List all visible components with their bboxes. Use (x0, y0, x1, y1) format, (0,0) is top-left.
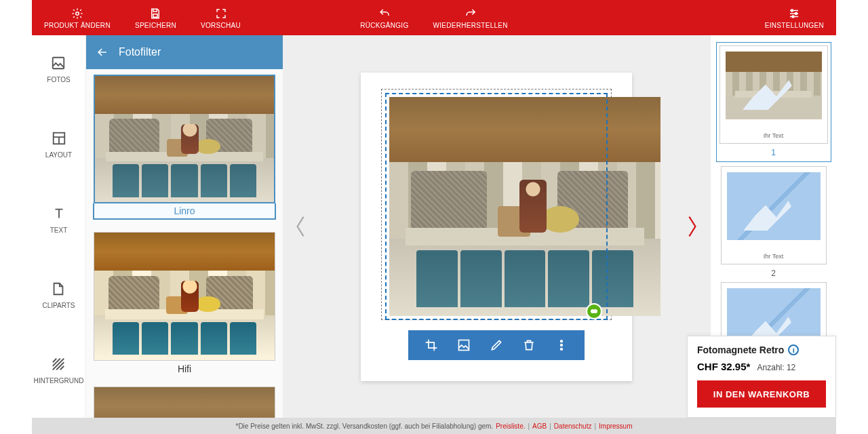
top-toolbar: PRODUKT ÄNDERN SPEICHERN VORSCHAU RÜCKGÄ… (32, 0, 836, 35)
svg-point-2 (791, 9, 793, 12)
svg-point-3 (795, 12, 797, 14)
sidebar-item-text[interactable]: TEXT (50, 206, 68, 234)
arrow-left-icon[interactable] (96, 45, 109, 59)
replace-image-button[interactable] (448, 330, 480, 360)
impressum-link[interactable]: Impressum (599, 422, 632, 430)
settings-label: EINSTELLUNGEN (765, 22, 824, 29)
filter-option-next[interactable] (93, 387, 276, 418)
thumb-number: 2 (771, 269, 776, 278)
product-change-button[interactable]: PRODUKT ÄNDERN (32, 7, 123, 29)
gear-icon (71, 7, 84, 20)
image-icon (51, 56, 66, 71)
price-value: CHF 32.95* (697, 361, 750, 372)
qty-label: Anzahl: (757, 363, 785, 372)
left-sidebar: FOTOS LAYOUT TEXT CLIPARTS HINTERGRUND (32, 35, 86, 418)
text-icon (52, 206, 66, 221)
product-title: Fotomagnete Retro (697, 344, 784, 355)
redo-label: WIEDERHERSTELLEN (433, 22, 507, 29)
sidebar-cliparts-label: CLIPARTS (43, 302, 75, 309)
svg-point-4 (792, 16, 794, 18)
filter-panel-header: Fotofilter (86, 35, 283, 69)
crop-button[interactable] (415, 330, 448, 360)
editor-canvas (283, 35, 710, 418)
product-card[interactable] (361, 73, 632, 381)
product-change-label: PRODUKT ÄNDERN (44, 22, 111, 29)
legal-text: *Die Preise gelten inkl. MwSt. zzgl. Ver… (236, 422, 494, 430)
delete-button[interactable] (513, 330, 545, 360)
preisliste-link[interactable]: Preisliste. (496, 422, 525, 430)
edit-button[interactable] (480, 330, 513, 360)
sidebar-item-fotos[interactable]: FOTOS (47, 56, 70, 83)
sidebar-layout-label: LAYOUT (45, 151, 72, 159)
thumb-number: 1 (771, 148, 776, 157)
page-thumb-1[interactable]: Ihr Text 1 (716, 42, 831, 162)
svg-point-9 (561, 344, 563, 346)
svg-rect-7 (459, 340, 469, 350)
thumb-caption: Ihr Text (722, 253, 826, 260)
layout-icon (52, 131, 66, 146)
svg-rect-5 (53, 58, 64, 69)
datenschutz-link[interactable]: Datenschutz (554, 422, 592, 430)
undo-label: RÜCKGÄNGIG (360, 22, 408, 29)
agb-link[interactable]: AGB (532, 422, 547, 430)
more-button[interactable] (545, 330, 578, 360)
redo-icon (464, 7, 477, 20)
filter-panel-title: Fotofilter (119, 46, 161, 58)
save-label: SPEICHERN (135, 22, 176, 29)
save-button[interactable]: SPEICHERN (123, 7, 189, 29)
info-icon[interactable]: i (788, 344, 799, 355)
page-thumb-2[interactable]: Ihr Text 2 (721, 166, 827, 278)
filter-option-hifi[interactable]: Hifi (93, 232, 276, 374)
legal-bar: *Die Preise gelten inkl. MwSt. zzgl. Ver… (32, 418, 836, 434)
qty-value: 12 (787, 363, 795, 372)
save-icon (149, 7, 162, 20)
sidebar-hintergrund-label: HINTERGRUND (34, 377, 84, 384)
sidebar-item-hintergrund[interactable]: HINTERGRUND (34, 357, 84, 384)
svg-point-8 (561, 340, 563, 342)
redo-button[interactable]: WIEDERHERSTELLEN (420, 7, 519, 29)
expand-icon (214, 7, 228, 20)
quality-indicator-icon[interactable] (586, 303, 602, 319)
sidebar-text-label: TEXT (50, 226, 68, 234)
preview-button[interactable]: VORSCHAU (189, 7, 253, 29)
image-toolbar (408, 330, 585, 360)
sidebar-item-layout[interactable]: LAYOUT (45, 131, 72, 159)
svg-point-10 (561, 348, 563, 350)
next-page-button[interactable] (682, 210, 702, 243)
filter-panel: Fotofilter Linro Hifi (86, 35, 283, 418)
sidebar-item-cliparts[interactable]: CLIPARTS (43, 281, 75, 309)
cart-panel: Fotomagnete Retro i CHF 32.95* Anzahl: 1… (687, 336, 836, 418)
svg-point-0 (76, 12, 79, 15)
background-icon (51, 357, 66, 372)
selection-outline (385, 93, 608, 320)
undo-button[interactable]: RÜCKGÄNGIG (348, 7, 420, 29)
sidebar-fotos-label: FOTOS (47, 76, 70, 83)
preview-label: VORSCHAU (201, 22, 241, 29)
undo-icon (378, 7, 391, 20)
thumb-caption: Ihr Text (720, 132, 827, 139)
filter-option-linro[interactable]: Linro (93, 75, 276, 220)
prev-page-button[interactable] (291, 210, 311, 243)
add-to-cart-button[interactable]: IN DEN WARENKORB (697, 380, 826, 408)
filter-label: Linro (93, 203, 276, 220)
filter-label: Hifi (178, 361, 191, 374)
filter-list[interactable]: Linro Hifi (86, 69, 283, 418)
sliders-icon (787, 7, 801, 20)
svg-rect-1 (153, 14, 157, 17)
clipart-icon (51, 281, 66, 296)
settings-button[interactable]: EINSTELLUNGEN (753, 7, 836, 29)
